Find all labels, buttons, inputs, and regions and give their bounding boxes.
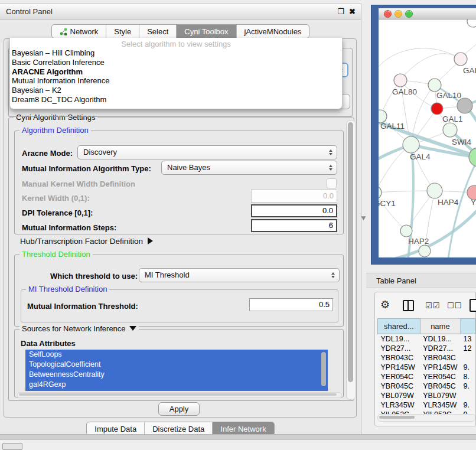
table-cell[interactable]: YBL079W [378,391,420,400]
dpi-tolerance-field[interactable]: 0.0 [251,204,337,217]
bottom-tab-discretize-data[interactable]: Discretize Data [144,422,212,435]
table-cell[interactable]: YDR27... [420,344,460,353]
table-row[interactable]: YBR045CYBR045C9. [378,381,475,391]
table-cell[interactable]: YPR145W [378,363,420,372]
which-threshold-select[interactable]: MI Threshold [139,268,340,282]
sources-title[interactable]: Sources for Network Inference [19,324,139,333]
tab-jactivemnodules[interactable]: jActiveMNodules [236,25,309,38]
split-columns-icon[interactable] [403,300,414,311]
mi-steps-field[interactable]: 6 [251,219,337,232]
bottom-splitter[interactable] [0,434,476,440]
algorithm-option-dream8-dc-tdc-algorithm[interactable]: Dream8 DC_TDC Algorithm [10,95,342,105]
table-hscrollbar[interactable] [377,414,475,422]
document-icon[interactable] [470,299,476,312]
table-cell[interactable]: YBR045C [420,381,460,391]
table-row[interactable]: YER054CYER054C8. [378,372,475,381]
network-node-gal1[interactable] [431,103,443,115]
table-cell[interactable]: YER054C [378,372,420,381]
network-node-hap4[interactable] [427,183,442,198]
tab-network[interactable]: Network [52,25,106,38]
table-cell[interactable]: YDL19... [420,334,460,344]
table-cell[interactable]: YDR27... [378,344,420,353]
close-window-icon[interactable] [384,10,392,18]
network-node[interactable] [419,245,431,257]
table-row[interactable]: YDL19...YDL19...13 [378,334,475,344]
network-node-gal4[interactable] [403,136,419,153]
table-row[interactable]: YBR043CYBR043C [378,353,475,363]
kernel-width-field[interactable]: 0.0 [251,190,337,203]
network-node-gal10[interactable] [428,79,441,92]
network-node[interactable] [469,148,476,167]
table-cell[interactable]: YBR043C [420,353,460,363]
attribute-item-selfloops[interactable]: SelfLoops [25,350,328,360]
node-attribute-table[interactable]: shared...nameYDL19...YDL19...13YDR27...Y… [377,318,475,419]
table-hscrollbar-thumb[interactable] [379,416,415,419]
mi-type-select[interactable]: Naive Bayes [161,161,337,175]
table-cell[interactable]: YBR045C [378,381,420,391]
settings-scrollbar-thumb[interactable] [348,122,353,382]
table-row[interactable]: YDR27...YDR27...12 [378,344,475,353]
table-row[interactable]: YLR345WYLR345W9. [378,400,475,410]
table-cell[interactable] [461,391,475,400]
column-header-name[interactable]: name [420,319,460,334]
network-canvas[interactable]: GALGAL80GAL10GAL1GAL11SWI4GAL4GCY1HAP4YH… [379,19,476,257]
attributes-scrollbar-thumb[interactable] [321,352,326,386]
table-cell[interactable]: YER054C [420,372,460,381]
table-row[interactable]: YBL079WYBL079W [378,391,475,400]
table-cell[interactable]: 9. [461,363,475,372]
tab-cyni-toolbox[interactable]: Cyni Toolbox [176,25,236,38]
table-cell[interactable]: YLR345W [378,400,420,410]
column-header-partial[interactable] [461,319,475,334]
network-node-hap2[interactable] [400,225,412,237]
table-cell[interactable]: 12 [461,344,475,353]
attribute-item-gal4rgexp[interactable]: gal4RGexp [25,380,328,390]
sources-hscrollbar-thumb[interactable] [19,393,337,396]
network-window-titlebar[interactable] [379,8,476,19]
network-node-gal[interactable] [454,53,467,66]
table-cell[interactable] [461,353,475,363]
mi-threshold-field[interactable]: 0.5 [249,298,333,311]
data-attributes-list[interactable]: SelfLoopsTopologicalCoefficientBetweenne… [25,350,328,391]
float-panel-icon[interactable]: ❐ [337,4,344,19]
network-node[interactable] [467,19,476,27]
zoom-window-icon[interactable] [405,10,413,18]
column-header-shared[interactable]: shared... [378,319,420,334]
minimize-window-icon[interactable] [395,10,402,18]
tab-select[interactable]: Select [139,25,176,38]
network-node-gal11[interactable] [379,110,387,123]
table-cell[interactable]: YLR345W [420,400,460,410]
table-cell[interactable]: YPR145W [420,363,460,372]
algorithm-option-bayesian-hill-climbing[interactable]: Bayesian – Hill Climbing [10,48,342,58]
table-cell[interactable]: YDL19... [378,334,420,344]
sources-hscrollbar[interactable] [17,392,342,398]
table-cell[interactable]: 13 [461,334,475,344]
attribute-item-topologicalcoefficient[interactable]: TopologicalCoefficient [25,360,328,370]
attribute-item-betweennesscentrality[interactable]: BetweennessCentrality [25,370,328,380]
aracne-mode-select[interactable]: Discovery [77,145,337,159]
network-node-swi4[interactable] [443,123,457,137]
settings-scrollbar[interactable] [346,120,356,400]
apply-button[interactable]: Apply [158,402,200,416]
table-cell[interactable]: 8. [461,372,475,381]
table-row[interactable]: YPR145WYPR145W9. [378,363,475,372]
close-panel-icon[interactable]: ✖ [349,4,356,19]
bottom-left-button-fragment[interactable] [2,443,22,450]
algorithm-option-bayesian-k2[interactable]: Bayesian – K2 [10,86,342,95]
table-cell[interactable]: 9. [461,381,475,391]
table-cell[interactable]: YBR043C [378,353,420,363]
network-node-gal80[interactable] [394,74,407,87]
network-node[interactable] [457,98,472,113]
bottom-tab-impute-data[interactable]: Impute Data [87,422,144,435]
table-cell[interactable]: 9. [461,400,475,410]
gear-icon[interactable]: ⚙ [380,298,390,311]
tab-style[interactable]: Style [106,25,139,38]
algorithm-option-basic-correlation-inference[interactable]: Basic Correlation Inference [10,58,342,67]
algorithm-option-aracne-algorithm[interactable]: ARACNE Algorithm [10,67,342,77]
bottom-tab-infer-network[interactable]: Infer Network [212,422,273,435]
network-node-gcy1[interactable] [379,186,382,199]
algorithm-option-mutual-information-inference[interactable]: Mutual Information Inference [10,76,342,86]
deselect-all-checkboxes-icon[interactable]: ☐☐ [447,301,462,310]
select-all-checkboxes-icon[interactable]: ☑☑ [425,301,440,310]
table-cell[interactable]: YBL079W [420,391,460,400]
manual-kernel-checkbox[interactable] [327,178,337,188]
